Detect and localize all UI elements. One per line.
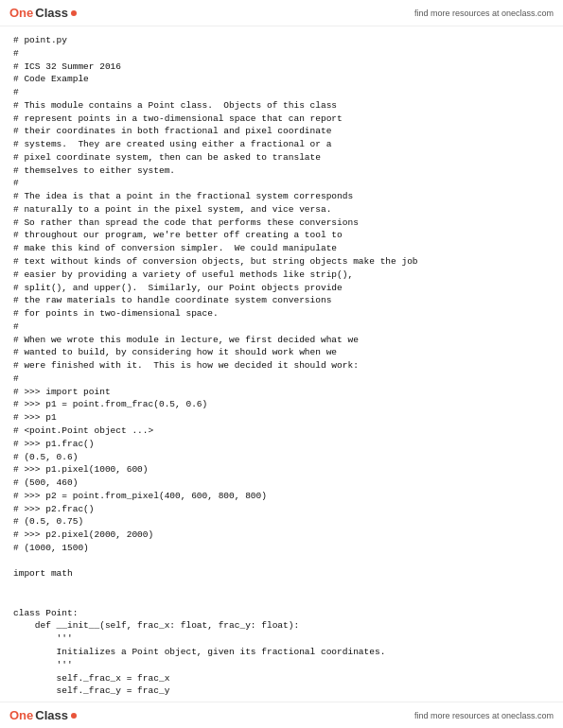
top-bar: OneClass find more resources at oneclass… [0,0,563,26]
logo-class-top: Class [35,6,68,20]
logo-one-top: One [9,6,33,20]
logo-bottom: OneClass [9,708,77,722]
logo-one-bottom: One [9,708,33,722]
code-area: # point.py # # ICS 32 Summer 2016 # Code… [0,26,563,702]
logo-class-bottom: Class [35,708,68,722]
code-content: # point.py # # ICS 32 Summer 2016 # Code… [13,34,550,702]
bottom-tagline: find more resources at oneclass.com [414,711,554,720]
bottom-bar: OneClass find more resources at oneclass… [0,702,563,728]
top-tagline: find more resources at oneclass.com [414,9,554,18]
logo-top: OneClass [9,6,77,20]
logo-dot-bottom [71,713,77,719]
logo-dot-top [71,10,77,16]
